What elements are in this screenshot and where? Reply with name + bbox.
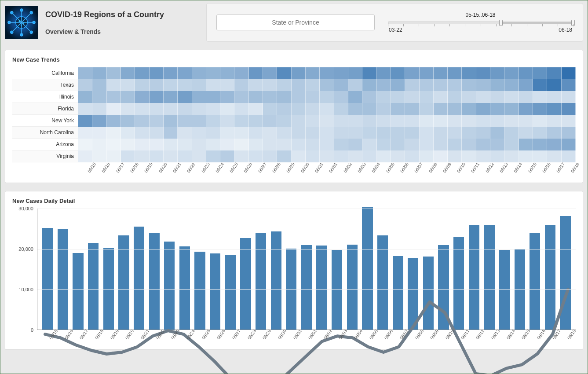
heatmap-cell[interactable] [334, 67, 348, 79]
heatmap-cell[interactable] [476, 127, 490, 139]
heatmap-cell[interactable] [504, 139, 519, 150]
heatmap-cell[interactable] [334, 103, 348, 115]
heatmap-cell[interactable] [405, 91, 419, 103]
heatmap-cell[interactable] [277, 139, 291, 150]
barchart-bar[interactable] [438, 245, 449, 330]
heatmap-cell[interactable] [519, 103, 533, 115]
heatmap-cell[interactable] [220, 91, 234, 103]
barchart-bar[interactable] [393, 256, 403, 330]
heatmap-cell[interactable] [462, 115, 476, 127]
heatmap-cell[interactable] [107, 67, 121, 79]
heatmap-cell[interactable] [377, 79, 391, 91]
heatmap-cell[interactable] [78, 103, 92, 115]
heatmap-cell[interactable] [547, 127, 561, 139]
barchart-bar[interactable] [453, 237, 464, 330]
heatmap-cell[interactable] [78, 139, 92, 150]
heatmap-cell[interactable] [405, 115, 419, 127]
heatmap-cell[interactable] [448, 79, 462, 91]
heatmap-cell[interactable] [533, 103, 547, 115]
barchart-bar[interactable] [225, 255, 236, 330]
heatmap-cell[interactable] [220, 139, 234, 150]
heatmap-cell[interactable] [348, 115, 362, 127]
heatmap-cell[interactable] [263, 127, 277, 139]
heatmap-cell[interactable] [150, 79, 164, 91]
heatmap-cell[interactable] [504, 91, 519, 103]
barchart-bar[interactable] [560, 216, 570, 330]
heatmap-cell[interactable] [121, 115, 135, 127]
heatmap-cell[interactable] [320, 115, 334, 127]
heatmap-cell[interactable] [434, 79, 448, 91]
heatmap-cell[interactable] [362, 67, 376, 79]
heatmap-cell[interactable] [220, 127, 234, 139]
heatmap-cell[interactable] [405, 103, 419, 115]
barchart-bar[interactable] [484, 225, 494, 330]
heatmap-cell[interactable] [420, 91, 434, 103]
heatmap-cell[interactable] [420, 115, 434, 127]
barchart-bar[interactable] [149, 233, 160, 330]
heatmap-cell[interactable] [178, 103, 192, 115]
heatmap-cell[interactable] [249, 79, 263, 91]
heatmap-cell[interactable] [263, 79, 277, 91]
heatmap-cell[interactable] [92, 127, 106, 139]
barchart-bar[interactable] [545, 225, 555, 330]
heatmap-cell[interactable] [78, 115, 92, 127]
heatmap-cell[interactable] [476, 67, 490, 79]
heatmap-cell[interactable] [150, 103, 164, 115]
heatmap-cell[interactable] [135, 139, 149, 150]
heatmap-cell[interactable] [306, 139, 320, 150]
heatmap-cell[interactable] [121, 103, 135, 115]
heatmap-cell[interactable] [448, 103, 462, 115]
barchart-bar[interactable] [301, 245, 312, 330]
heatmap-cell[interactable] [92, 91, 106, 103]
heatmap-cell[interactable] [292, 115, 306, 127]
heatmap-cell[interactable] [206, 115, 220, 127]
heatmap-cell[interactable] [377, 139, 391, 150]
heatmap-cell[interactable] [434, 139, 448, 150]
heatmap-cell[interactable] [334, 127, 348, 139]
barchart-bar[interactable] [469, 225, 479, 330]
heatmap-cell[interactable] [420, 127, 434, 139]
heatmap-cell[interactable] [121, 67, 135, 79]
heatmap-cell[interactable] [562, 91, 576, 103]
heatmap-cell[interactable] [348, 91, 362, 103]
heatmap-cell[interactable] [121, 139, 135, 150]
heatmap-cell[interactable] [362, 79, 376, 91]
heatmap-cell[interactable] [107, 115, 121, 127]
heatmap-cell[interactable] [504, 115, 519, 127]
heatmap-cell[interactable] [234, 127, 248, 139]
barchart-bar[interactable] [408, 258, 418, 330]
heatmap-cell[interactable] [292, 139, 306, 150]
heatmap-cell[interactable] [206, 79, 220, 91]
heatmap-cell[interactable] [562, 127, 576, 139]
heatmap-cell[interactable] [362, 103, 376, 115]
heatmap-cell[interactable] [519, 91, 533, 103]
heatmap-cell[interactable] [135, 67, 149, 79]
heatmap-cell[interactable] [121, 91, 135, 103]
heatmap-cell[interactable] [405, 79, 419, 91]
heatmap-cell[interactable] [234, 91, 248, 103]
barchart-bar[interactable] [164, 242, 175, 330]
heatmap-cell[interactable] [462, 91, 476, 103]
heatmap-cell[interactable] [234, 79, 248, 91]
heatmap-cell[interactable] [476, 79, 490, 91]
heatmap-cell[interactable] [192, 139, 206, 150]
heatmap-cell[interactable] [107, 127, 121, 139]
heatmap-cell[interactable] [164, 91, 178, 103]
heatmap-cell[interactable] [405, 139, 419, 150]
heatmap-cell[interactable] [292, 79, 306, 91]
heatmap-cell[interactable] [206, 127, 220, 139]
barchart-bar[interactable] [271, 231, 281, 330]
heatmap-cell[interactable] [490, 139, 504, 150]
heatmap-cell[interactable] [420, 67, 434, 79]
heatmap-cell[interactable] [377, 103, 391, 115]
heatmap-cell[interactable] [121, 79, 135, 91]
heatmap-cell[interactable] [448, 127, 462, 139]
heatmap-cell[interactable] [519, 79, 533, 91]
heatmap-cell[interactable] [150, 127, 164, 139]
heatmap-cell[interactable] [320, 67, 334, 79]
heatmap-cell[interactable] [249, 67, 263, 79]
heatmap-cell[interactable] [391, 91, 405, 103]
heatmap-cell[interactable] [377, 115, 391, 127]
heatmap-cell[interactable] [263, 115, 277, 127]
heatmap-cell[interactable] [164, 139, 178, 150]
